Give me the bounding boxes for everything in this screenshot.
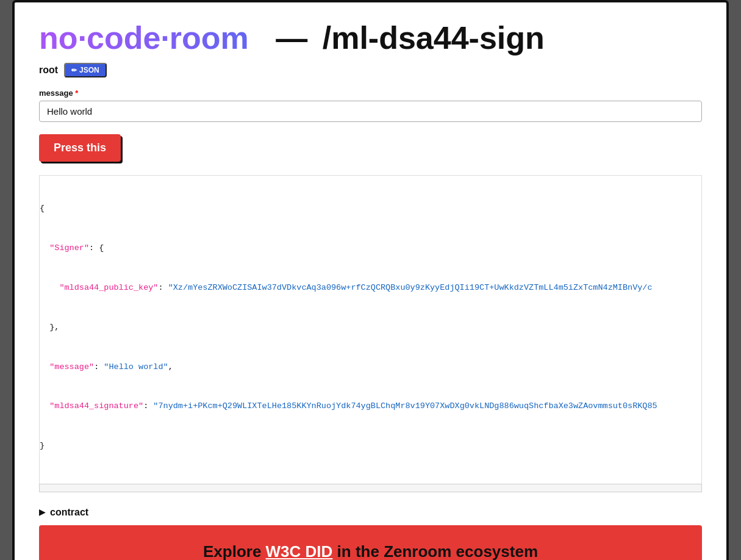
- title-dash: [255, 21, 263, 56]
- contract-toggle[interactable]: ▶ contract: [39, 507, 702, 518]
- pencil-icon: ✏: [71, 66, 77, 74]
- required-marker: *: [73, 88, 79, 98]
- title-dash-sym: —: [276, 21, 307, 56]
- contract-label: contract: [50, 507, 88, 518]
- root-label: root: [39, 65, 58, 76]
- message-input[interactable]: [39, 101, 702, 122]
- json-badge-label: JSON: [79, 66, 99, 74]
- code-output: { "Signer": { "mldsa44_public_key": "Xz/…: [40, 176, 701, 479]
- page-header: no·code·room — /ml-dsa44-sign: [39, 21, 702, 56]
- root-row: root ✏ JSON: [39, 63, 702, 77]
- horizontal-scrollbar[interactable]: [39, 484, 702, 492]
- title-nocode: no·code·room: [39, 21, 249, 56]
- banner-text-after: in the Zenroom ecosystem: [332, 542, 538, 560]
- zenroom-banner[interactable]: Explore W3C DID in the Zenroom ecosystem: [39, 525, 702, 560]
- w3c-did-link[interactable]: W3C DID: [266, 542, 333, 560]
- main-frame: no·code·room — /ml-dsa44-sign root ✏ JSO…: [12, 0, 729, 560]
- code-output-wrapper: { "Signer": { "mldsa44_public_key": "Xz/…: [39, 175, 702, 484]
- json-badge-button[interactable]: ✏ JSON: [64, 63, 107, 77]
- message-label: message *: [39, 88, 702, 98]
- title-route: /ml-dsa44-sign: [313, 21, 545, 56]
- banner-text-before: Explore: [203, 542, 266, 560]
- press-this-button[interactable]: Press this: [39, 134, 121, 162]
- contract-arrow-icon: ▶: [39, 508, 45, 517]
- message-field-section: message *: [39, 88, 702, 122]
- contract-section: ▶ contract Explore W3C DID in the Zenroo…: [39, 507, 702, 560]
